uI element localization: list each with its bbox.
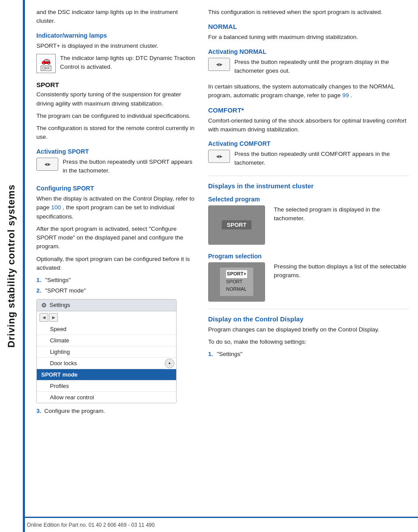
right-tri-icon: ▶ [220, 62, 223, 67]
display-control-text2: To do so, make the following settings: [208, 338, 409, 346]
step3-row: 3. Configure the program. [36, 408, 196, 414]
activating-normal-text: Press the button repeatedly until the pr… [234, 58, 409, 76]
display-control-text1: Program changes can be displayed briefly… [208, 325, 409, 334]
display-step-1: 1. "Settings" [208, 350, 409, 359]
selected-program-text: The selected program is displayed in the… [274, 205, 409, 223]
dtc-icon-row: 🚗 OFF The indicator lamp lights up: DTC … [36, 54, 196, 75]
intro-text: and the DSC indicator lamp lights up in … [36, 8, 196, 26]
program-list-display: SPORT+ SPORT NORMAL [208, 262, 265, 302]
page-99-link[interactable]: 99 [342, 92, 349, 99]
settings-menu-header: ⚙ Settings [37, 299, 176, 311]
comfort-heading: COMFORT* [208, 106, 409, 114]
knob-icon[interactable]: ● [165, 359, 174, 368]
activating-comfort-row: ◀ ▶ Press the button repeatedly until CO… [208, 150, 409, 171]
program-item-sport: SPORT [226, 278, 247, 286]
normal-button-icon: ◀ ▶ [208, 58, 230, 71]
arrow-navigation: ◀ ▶ [39, 313, 58, 322]
right-column: This configuration is retrieved when the… [204, 0, 418, 422]
right-tri2-icon: ▶ [220, 154, 223, 159]
comfort-text: Comfort-oriented tuning of the shock abs… [208, 116, 409, 134]
menu-item-allow-rear[interactable]: Allow rear control [37, 392, 176, 403]
divider [208, 176, 409, 176]
sport-heading: SPORT [36, 81, 196, 88]
footer: 100 Online Edition for Part no. 01 40 2 … [0, 517, 418, 532]
program-item-normal: NORMAL [226, 285, 247, 293]
config-step-1: 1. "Settings" [36, 276, 196, 285]
menu-item-profiles[interactable]: Profiles [37, 381, 176, 392]
normal-text: For a balanced tuning with maximum drivi… [208, 33, 409, 42]
activating-comfort-heading: Activating COMFORT [208, 140, 409, 147]
config-step-2: 2. "SPORT mode" [36, 286, 196, 295]
divider-2 [208, 309, 409, 309]
tachometer-display: SPORT [208, 205, 265, 245]
dtc-description: The indicator lamp lights up: DTC Dynami… [60, 54, 196, 72]
program-selection-text: Pressing the button displays a list of t… [274, 262, 409, 280]
page-100-link[interactable]: 100 [51, 204, 61, 211]
indicator-text: SPORT+ is displayed in the instrument cl… [36, 42, 196, 50]
normal-heading: NORMAL [208, 23, 409, 30]
indicator-warning-heading: Indicator/warning lamps [36, 32, 196, 39]
step-1-num: 1. [36, 276, 43, 285]
gear-icon: ⚙ [41, 302, 47, 309]
car-symbol: 🚗 [41, 56, 51, 65]
menu-item-climate[interactable]: Climate [37, 335, 176, 346]
dtc-icon: 🚗 OFF [36, 54, 56, 73]
configuring-sport-text4: Optionally, the sport program can be con… [36, 255, 196, 273]
right-arrow-icon: ▶ [48, 162, 51, 166]
step-3-num: 3. [36, 408, 43, 414]
program-item-sport-plus: SPORT+ [226, 270, 247, 278]
configuring-sport-text1: When the display is activated on the Con… [36, 194, 196, 221]
left-tri2-icon: ◀ [216, 154, 219, 159]
selected-program-row: SPORT The selected program is displayed … [208, 205, 409, 247]
main-content: and the DSC indicator lamp lights up in … [28, 0, 418, 422]
normal-auto-text: In certain situations, the system automa… [208, 82, 409, 100]
activating-normal-row: ◀ ▶ Press the button repeatedly until th… [208, 58, 409, 79]
program-selection-heading: Program selection [208, 253, 409, 260]
settings-nav-row: ◀ ▶ [37, 311, 176, 324]
menu-item-sport-mode[interactable]: SPORT mode [37, 369, 176, 381]
configuring-sport-heading: Configuring SPORT [36, 185, 196, 192]
program-list-inner: SPORT+ SPORT NORMAL [220, 268, 253, 296]
settings-menu-title: Settings [50, 302, 70, 308]
activating-sport-row: ◀ ▶ Press the button repeatedly until SP… [36, 158, 196, 179]
sport-text3: The configuration is stored for the remo… [36, 124, 196, 142]
step-1-text: "Settings" [45, 276, 71, 285]
displays-heading: Displays in the instrument cluster [208, 182, 409, 190]
display-step-1-num: 1. [208, 350, 214, 359]
menu-item-lighting[interactable]: Lighting [37, 346, 176, 358]
footer-text: Online Edition for Part no. 01 40 2 606 … [27, 522, 155, 528]
settings-menu-screenshot: ⚙ Settings ◀ ▶ Speed Climate Lighting Do… [36, 299, 177, 403]
activating-normal-heading: Activating NORMAL [208, 48, 409, 55]
display-steps-list: 1. "Settings" [208, 350, 409, 359]
display-control-heading: Display on the Control Display [208, 315, 409, 323]
activating-sport-text: Press the button repeatedly until SPORT … [63, 158, 196, 176]
config-steps-list: 1. "Settings" 2. "SPORT mode" [36, 276, 196, 296]
display-step-1-text: "Settings" [217, 350, 242, 359]
comfort-button-icon: ◀ ▶ [208, 150, 230, 163]
step-2-text: "SPORT mode" [45, 286, 86, 295]
blue-accent-bar [23, 0, 25, 532]
left-column: and the DSC indicator lamp lights up in … [28, 0, 204, 422]
step-2-num: 2. [36, 286, 43, 295]
config-retrieved-text: This configuration is retrieved when the… [208, 8, 409, 17]
left-arrow-icon: ◀ [44, 162, 47, 166]
activating-sport-heading: Activating SPORT [36, 148, 196, 155]
menu-item-door-locks[interactable]: Door locks [37, 358, 165, 369]
configuring-sport-text3: After the sport program is activated, se… [36, 225, 196, 251]
selected-program-heading: Selected program [208, 196, 409, 203]
dtc-off-label: OFF [41, 66, 51, 71]
program-selection-row: SPORT+ SPORT NORMAL Pressing the button … [208, 262, 409, 303]
sport-button-icon: ◀ ▶ [36, 158, 58, 171]
sport-text2: The program can be configured to individ… [36, 112, 196, 120]
nav-left-btn[interactable]: ◀ [39, 313, 48, 322]
activating-comfort-text: Press the button repeatedly until COMFOR… [234, 150, 409, 168]
left-tri-icon: ◀ [216, 62, 219, 67]
nav-right-btn[interactable]: ▶ [49, 313, 58, 322]
sport-display-label: SPORT [222, 220, 252, 229]
sidebar-title: Driving stability control systems [0, 0, 23, 532]
step-3-text: Configure the program. [44, 408, 105, 414]
sport-text1: Consistently sporty tuning of the suspen… [36, 90, 196, 108]
menu-item-speed[interactable]: Speed [37, 324, 176, 335]
